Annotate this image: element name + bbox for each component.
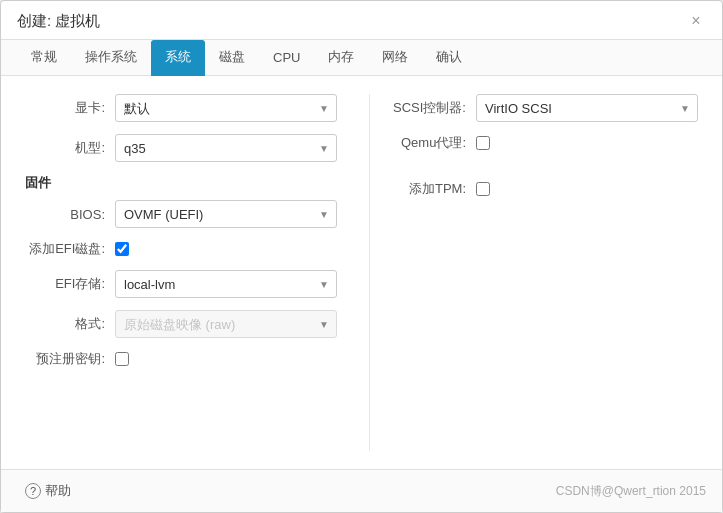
pre-register-label: 预注册密钥: [25, 350, 115, 368]
tab-memory[interactable]: 内存 [314, 40, 368, 76]
format-label: 格式: [25, 315, 115, 333]
tab-disk[interactable]: 磁盘 [205, 40, 259, 76]
tab-cpu[interactable]: CPU [259, 42, 314, 75]
display-card-select[interactable]: 默认 [115, 94, 337, 122]
help-button[interactable]: ? 帮助 [17, 478, 79, 504]
add-efi-control [115, 242, 337, 256]
qemu-control [476, 136, 698, 150]
qemu-row: Qemu代理: [386, 134, 698, 152]
close-button[interactable]: × [686, 11, 706, 31]
efi-storage-row: EFI存储: local-lvm ▼ [25, 270, 337, 298]
add-efi-row: 添加EFI磁盘: [25, 240, 337, 258]
efi-storage-control: local-lvm ▼ [115, 270, 337, 298]
tab-general[interactable]: 常规 [17, 40, 71, 76]
dialog-title: 创建: 虚拟机 [17, 12, 100, 31]
add-tpm-label: 添加TPM: [386, 180, 476, 198]
add-tpm-checkbox[interactable] [476, 182, 490, 196]
tab-os[interactable]: 操作系统 [71, 40, 151, 76]
qemu-checkbox[interactable] [476, 136, 490, 150]
dialog-header: 创建: 虚拟机 × [1, 1, 722, 40]
format-control: 原始磁盘映像 (raw) ▼ [115, 310, 337, 338]
right-panel: SCSI控制器: VirtIO SCSI ▼ Qemu代理: [369, 94, 698, 451]
scsi-control: VirtIO SCSI ▼ [476, 94, 698, 122]
machine-control: q35 ▼ [115, 134, 337, 162]
efi-storage-label: EFI存储: [25, 275, 115, 293]
tab-system[interactable]: 系统 [151, 40, 205, 76]
machine-row: 机型: q35 ▼ [25, 134, 337, 162]
display-card-control: 默认 ▼ [115, 94, 337, 122]
dialog-body: 显卡: 默认 ▼ 机型: q35 [1, 76, 722, 469]
bios-row: BIOS: OVMF (UEFI) ▼ [25, 200, 337, 228]
scsi-row: SCSI控制器: VirtIO SCSI ▼ [386, 94, 698, 122]
tab-confirm[interactable]: 确认 [422, 40, 476, 76]
display-card-label: 显卡: [25, 99, 115, 117]
left-panel: 显卡: 默认 ▼ 机型: q35 [25, 94, 369, 451]
machine-label: 机型: [25, 139, 115, 157]
machine-select[interactable]: q35 [115, 134, 337, 162]
bios-control: OVMF (UEFI) ▼ [115, 200, 337, 228]
firmware-section: 固件 [25, 174, 337, 192]
add-tpm-row: 添加TPM: [386, 180, 698, 198]
add-efi-checkbox[interactable] [115, 242, 129, 256]
bios-select[interactable]: OVMF (UEFI) [115, 200, 337, 228]
pre-register-checkbox[interactable] [115, 352, 129, 366]
firmware-title: 固件 [25, 175, 51, 190]
efi-storage-select[interactable]: local-lvm [115, 270, 337, 298]
scsi-select[interactable]: VirtIO SCSI [476, 94, 698, 122]
footer-watermark: CSDN博@Qwert_rtion 2015 [556, 483, 706, 500]
format-select[interactable]: 原始磁盘映像 (raw) [115, 310, 337, 338]
dialog-footer: ? 帮助 CSDN博@Qwert_rtion 2015 [1, 469, 722, 512]
pre-register-row: 预注册密钥: [25, 350, 337, 368]
add-efi-label: 添加EFI磁盘: [25, 240, 115, 258]
bios-label: BIOS: [25, 207, 115, 222]
scsi-label: SCSI控制器: [386, 99, 476, 117]
format-row: 格式: 原始磁盘映像 (raw) ▼ [25, 310, 337, 338]
tab-bar: 常规 操作系统 系统 磁盘 CPU 内存 网络 确认 [1, 40, 722, 76]
qemu-label: Qemu代理: [386, 134, 476, 152]
pre-register-control [115, 352, 337, 366]
display-card-row: 显卡: 默认 ▼ [25, 94, 337, 122]
help-icon: ? [25, 483, 41, 499]
create-vm-dialog: 创建: 虚拟机 × 常规 操作系统 系统 磁盘 CPU 内存 网络 确认 显卡:… [0, 0, 723, 513]
add-tpm-control [476, 182, 698, 196]
help-label: 帮助 [45, 482, 71, 500]
tab-network[interactable]: 网络 [368, 40, 422, 76]
